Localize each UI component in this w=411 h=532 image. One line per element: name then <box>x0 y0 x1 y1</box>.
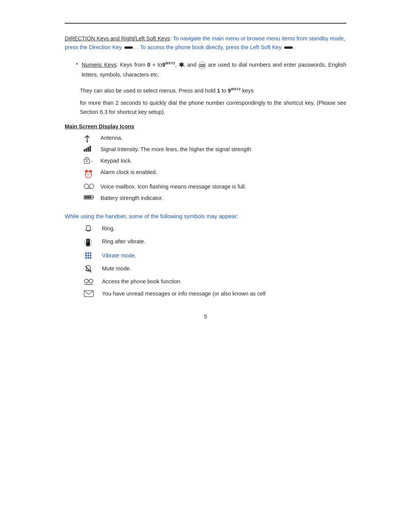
alarm-icon: ⏰ <box>84 168 98 180</box>
signal-text: Signal Intensity. The more lines, the hi… <box>100 145 251 154</box>
keys-text: keys <box>241 88 254 94</box>
signal-icon <box>84 145 98 152</box>
hash-key-icon: ⌨ <box>198 62 206 69</box>
bullet-text1: : Keys from <box>116 62 147 68</box>
key-9c: 9 <box>228 88 231 94</box>
key-9: 9WXYZ <box>162 62 175 68</box>
icon-battery: Battery strength indicator. <box>84 194 346 203</box>
antenna-text: Antenna. <box>100 134 123 142</box>
to-text: to <box>221 88 228 94</box>
svg-point-14 <box>89 184 94 189</box>
numeric-keys-section: ▪ Numeric Keys: Keys from 0 + to9WXYZ, ✱… <box>76 60 346 79</box>
while-section: While using the handset, some of the fol… <box>65 213 346 298</box>
svg-rect-8 <box>88 147 89 152</box>
ring-vib-text: Ring after vibrate. <box>102 238 145 246</box>
svg-rect-9 <box>89 146 91 152</box>
comma-and: , and <box>184 62 199 68</box>
icon-keypad-lock: — Keypad lock. <box>84 157 346 165</box>
main-screen-icon-list: Antenna. Signal Intensity. The more line… <box>84 134 346 202</box>
svg-rect-27 <box>90 255 91 256</box>
direction-keys-label: DIRECTION Keys and Right/Left Soft Keys <box>65 35 170 42</box>
direction-keys-paragraph: DIRECTION Keys and Right/Left Soft Keys:… <box>65 34 346 52</box>
symbol-ring-vib: 📳 Ring after vibrate. <box>84 238 346 248</box>
symbol-message: You have unread messages or info message… <box>84 290 346 298</box>
svg-rect-30 <box>90 257 91 259</box>
svg-point-35 <box>84 279 88 283</box>
keypad-lock-icon: — <box>84 157 98 164</box>
top-divider <box>65 23 346 24</box>
numeric-keys-content: Numeric Keys: Keys from 0 + to9WXYZ, ✱, … <box>82 60 346 79</box>
svg-point-13 <box>84 184 89 189</box>
antenna-icon <box>84 134 98 142</box>
svg-point-5 <box>86 141 88 142</box>
key-1-bold: 1 <box>217 88 221 94</box>
symbol-mute: Mute mode. <box>84 265 346 274</box>
period-2: . <box>294 44 295 50</box>
message-text: You have unread messages or info message… <box>102 290 266 298</box>
plus-sign: + to <box>150 62 162 68</box>
phonebook-icon <box>84 278 100 286</box>
svg-rect-24 <box>90 252 91 254</box>
page-number: 5 <box>65 313 346 320</box>
svg-rect-22 <box>85 252 87 254</box>
key-0: 0 <box>147 62 150 68</box>
numeric-keys-bullet: ▪ Numeric Keys: Keys from 0 + to9WXYZ, ✱… <box>76 60 346 79</box>
svg-rect-29 <box>88 257 89 259</box>
symbol-ring: Ring. <box>84 225 346 234</box>
icon-signal: Signal Intensity. The more lines, the hi… <box>84 145 346 154</box>
ring-text: Ring. <box>102 225 115 233</box>
voicemail-text: Voice mailbox. Icon flashing means messa… <box>100 183 246 191</box>
star-key: ✱ <box>179 62 184 68</box>
svg-rect-17 <box>84 196 92 198</box>
svg-rect-0 <box>124 46 133 49</box>
continuation-1: They can also be used to select menus. P… <box>80 86 346 96</box>
continuation-2: for more than 2 seconds to quickly dial … <box>80 99 346 117</box>
svg-rect-25 <box>85 255 87 256</box>
icon-voicemail: Voice mailbox. Icon flashing means messa… <box>84 183 346 191</box>
message-icon <box>84 290 100 297</box>
numeric-keys-label: Numeric Keys <box>82 62 116 68</box>
period-1: . <box>134 44 137 50</box>
comma: , <box>175 62 178 68</box>
while-heading: While using the handset, some of the fol… <box>65 213 346 219</box>
battery-text: Battery strength indicator. <box>100 194 163 203</box>
svg-rect-6 <box>84 149 85 152</box>
battery-icon <box>84 194 98 200</box>
direction-key-icon <box>124 45 133 50</box>
mute-icon <box>84 265 100 274</box>
cont-text3: They can also be used to select menus. P… <box>80 88 217 94</box>
symbol-vibrate: Vibrate mode. <box>84 252 346 261</box>
phonebook-text: Access the phone book function. <box>102 278 182 286</box>
main-screen-title: Main Screen Display Icons <box>65 123 346 129</box>
bullet-marker: ▪ <box>76 61 78 67</box>
symbol-list: Ring. 📳 Ring after vibrate. <box>84 225 346 298</box>
main-screen-section: Main Screen Display Icons Antenna. <box>65 123 346 202</box>
svg-rect-18 <box>93 197 94 198</box>
svg-rect-26 <box>88 255 89 256</box>
svg-point-11 <box>86 160 88 162</box>
icon-antenna: Antenna. <box>84 134 346 142</box>
icon-alarm: ⏰ Alarm clock is enabled. <box>84 168 346 180</box>
svg-rect-28 <box>85 257 87 259</box>
vibrate-text: Vibrate mode. <box>102 252 136 260</box>
soft-key-icon <box>284 45 293 50</box>
symbol-phonebook: Access the phone book function. <box>84 278 346 286</box>
keypad-lock-text: Keypad lock. <box>100 157 132 165</box>
vibrate-icon <box>84 252 100 261</box>
svg-point-36 <box>89 279 93 283</box>
ring-icon <box>84 225 100 234</box>
svg-rect-1 <box>284 46 293 49</box>
alarm-text: Alarm clock is enabled. <box>100 168 157 177</box>
mute-text: Mute mode. <box>102 265 131 273</box>
page-content: DIRECTION Keys and Right/Left Soft Keys:… <box>57 0 354 350</box>
voicemail-icon <box>84 183 98 189</box>
svg-rect-7 <box>86 148 87 152</box>
svg-text:—: — <box>90 159 94 163</box>
super-9c: WXYZ <box>231 87 241 91</box>
svg-rect-23 <box>88 252 89 254</box>
direction-keys-blue-text2: . To access the phone book directly, pre… <box>137 44 282 50</box>
ring-vib-icon: 📳 <box>84 238 100 248</box>
